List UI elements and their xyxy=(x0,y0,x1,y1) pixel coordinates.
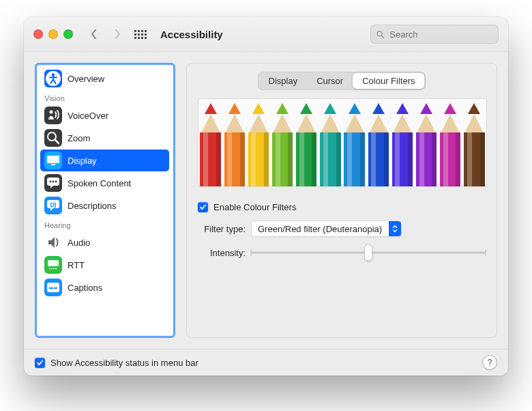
captions-icon xyxy=(44,279,62,296)
sidebar-item-audio[interactable]: Audio xyxy=(40,231,169,253)
sidebar-item-voiceover[interactable]: VoiceOver xyxy=(40,104,169,126)
svg-point-18 xyxy=(49,268,50,270)
colour-filter-preview xyxy=(198,98,487,187)
display-panel: DisplayCursorColour Filters Enable Colou… xyxy=(186,63,497,338)
window-title: Accessibility xyxy=(160,29,223,40)
sidebar-item-label: VoiceOver xyxy=(68,111,108,121)
svg-line-6 xyxy=(55,140,59,144)
enable-colour-filters-row: Enable Colour Filters xyxy=(198,202,486,212)
sidebar-item-label: Display xyxy=(68,156,97,166)
sidebar-section-header: Hearing xyxy=(39,217,171,231)
chevron-left-icon xyxy=(91,29,98,39)
preview-pencil xyxy=(222,99,246,186)
help-button[interactable]: ? xyxy=(482,355,497,370)
sidebar-item-descriptions[interactable]: D)Descriptions xyxy=(40,195,169,216)
sidebar-item-display[interactable]: Display xyxy=(40,150,169,171)
preview-pencil xyxy=(295,99,319,186)
preview-pencil xyxy=(390,99,414,186)
minimize-window-button[interactable] xyxy=(48,29,58,39)
spoken-icon xyxy=(44,174,62,192)
preview-pencil xyxy=(246,99,270,186)
sidebar-section-header: Vision xyxy=(39,90,171,104)
preview-pencil xyxy=(439,99,462,186)
sidebar-item-label: Spoken Content xyxy=(68,178,131,188)
svg-point-20 xyxy=(53,268,55,270)
preview-pencil xyxy=(366,99,390,186)
accessibility-prefs-window: Accessibility OverviewVisionVoiceOverZoo… xyxy=(24,17,508,375)
enable-colour-filters-checkbox[interactable] xyxy=(198,202,208,212)
sidebar-item-spoken-content[interactable]: Spoken Content xyxy=(40,172,169,194)
voiceover-icon xyxy=(44,107,62,124)
descriptions-icon: D) xyxy=(44,197,62,214)
rtt-icon xyxy=(44,256,62,274)
accessibility-sidebar: OverviewVisionVoiceOverZoomDisplaySpoken… xyxy=(35,63,175,338)
intensity-slider[interactable] xyxy=(251,245,486,260)
sidebar-item-captions[interactable]: Captions xyxy=(40,277,169,298)
window-toolbar: Accessibility xyxy=(24,17,508,52)
sidebar-item-label: Descriptions xyxy=(68,201,117,211)
svg-rect-7 xyxy=(47,156,59,163)
filter-type-value: Green/Red filter (Deuteranopia) xyxy=(258,224,382,234)
svg-rect-8 xyxy=(51,164,55,165)
preview-pencil xyxy=(271,99,295,186)
enable-colour-filters-label: Enable Colour Filters xyxy=(213,202,296,212)
chevron-right-icon xyxy=(114,29,121,39)
svg-text:): ) xyxy=(55,201,57,208)
svg-point-21 xyxy=(55,268,57,270)
svg-point-4 xyxy=(50,111,53,114)
show-status-menubar-label: Show Accessibility status in menu bar xyxy=(50,358,198,368)
sidebar-item-zoom[interactable]: Zoom xyxy=(40,127,169,149)
svg-point-19 xyxy=(51,268,53,270)
sidebar-item-label: Zoom xyxy=(68,133,90,143)
show-all-prefs-button[interactable] xyxy=(133,27,148,42)
preview-pencil xyxy=(198,99,222,186)
show-status-menubar-checkbox[interactable] xyxy=(35,358,45,368)
tab-colour-filters[interactable]: Colour Filters xyxy=(353,73,424,89)
svg-line-1 xyxy=(381,36,383,38)
window-traffic-lights xyxy=(33,29,73,39)
preview-pencil xyxy=(319,99,342,186)
search-icon xyxy=(376,30,384,39)
sidebar-scroll[interactable]: OverviewVisionVoiceOverZoomDisplaySpoken… xyxy=(37,65,173,336)
sidebar-item-rtt[interactable]: RTT xyxy=(40,254,169,276)
fullscreen-window-button[interactable] xyxy=(63,29,73,39)
filter-type-row: Filter type: Green/Red filter (Deuterano… xyxy=(198,221,486,237)
tab-cursor[interactable]: Cursor xyxy=(307,73,353,89)
svg-rect-24 xyxy=(54,287,57,289)
filter-type-label: Filter type: xyxy=(198,224,246,234)
svg-rect-23 xyxy=(49,287,53,289)
intensity-label: Intensity: xyxy=(198,248,246,258)
nav-forward-button[interactable] xyxy=(110,27,125,42)
sidebar-item-label: Audio xyxy=(68,238,90,248)
svg-point-12 xyxy=(55,181,57,183)
tab-display[interactable]: Display xyxy=(259,73,308,89)
checkmark-icon xyxy=(36,359,44,367)
search-input[interactable] xyxy=(388,29,492,40)
sidebar-item-overview[interactable]: Overview xyxy=(40,68,169,89)
svg-point-10 xyxy=(50,181,52,183)
sidebar-item-label: Overview xyxy=(68,74,104,84)
intensity-row: Intensity: xyxy=(198,245,486,260)
popup-arrows-icon xyxy=(392,225,398,233)
audio-icon xyxy=(44,233,62,251)
display-icon xyxy=(44,152,62,169)
close-window-button[interactable] xyxy=(33,29,43,39)
nav-back-button[interactable] xyxy=(87,27,102,42)
window-footer: Show Accessibility status in menu bar ? xyxy=(24,349,508,375)
overview-icon xyxy=(44,70,62,87)
svg-rect-17 xyxy=(48,260,59,266)
zoom-icon xyxy=(44,129,62,147)
toolbar-search-field[interactable] xyxy=(370,25,499,44)
checkmark-icon xyxy=(199,203,207,211)
sidebar-item-label: RTT xyxy=(68,260,85,270)
filter-type-popup[interactable]: Green/Red filter (Deuteranopia) xyxy=(251,221,402,237)
svg-point-11 xyxy=(53,181,55,183)
sidebar-item-label: Captions xyxy=(68,283,102,293)
preview-pencil xyxy=(342,99,366,186)
preview-pencil xyxy=(462,99,486,186)
preview-pencil xyxy=(415,99,439,186)
display-panel-tabs: DisplayCursorColour Filters xyxy=(258,72,426,90)
